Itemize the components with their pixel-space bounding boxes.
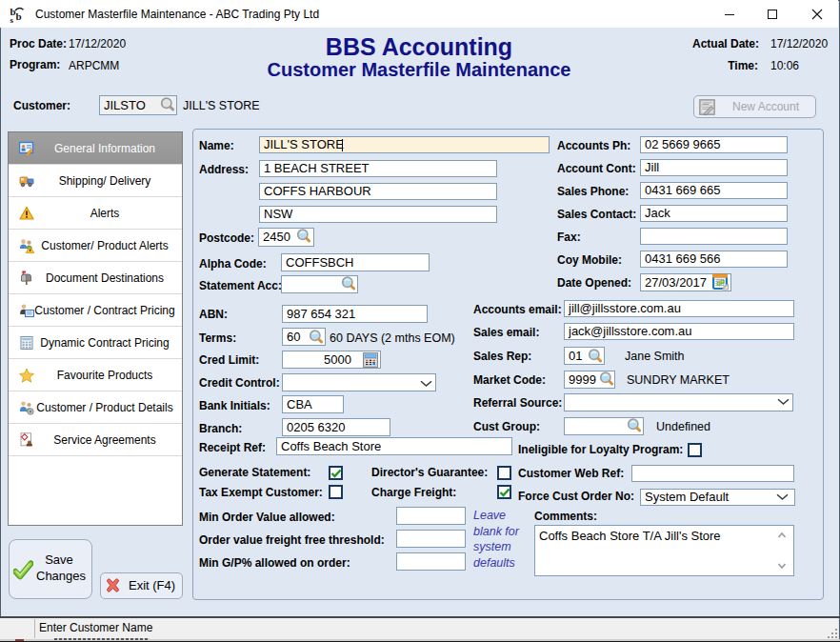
svg-text:s: s [10,15,14,25]
svg-text:b: b [16,10,22,22]
